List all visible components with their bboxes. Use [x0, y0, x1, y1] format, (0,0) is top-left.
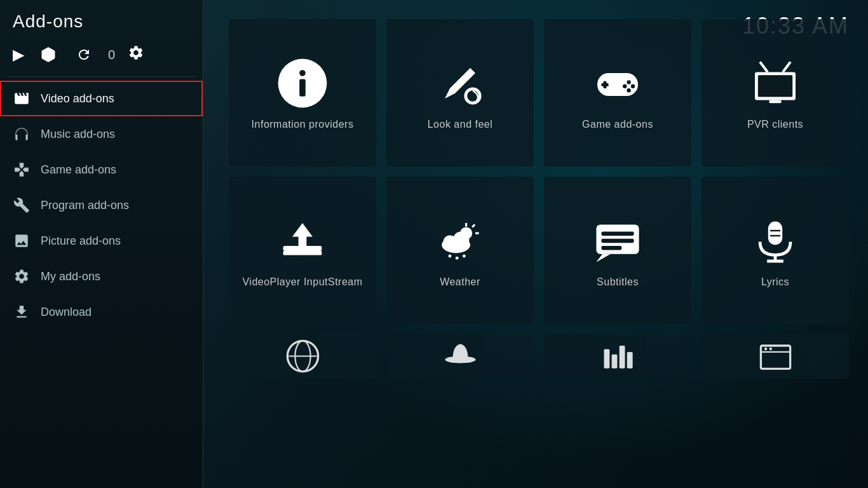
grid-item-label: VideoPlayer InputStream — [242, 276, 362, 288]
sidebar-divider — [6, 76, 196, 77]
tools-icon — [13, 196, 31, 214]
sidebar-item-label: Download — [41, 306, 92, 319]
sidebar-nav: Video add-ons Music add-ons Game add-ons — [0, 81, 203, 330]
svg-rect-33 — [601, 239, 634, 243]
film-icon — [13, 90, 31, 107]
grid-item-label: Subtitles — [597, 276, 639, 288]
svg-rect-15 — [769, 100, 781, 103]
svg-rect-47 — [627, 352, 632, 369]
grid-item-weather[interactable]: Weather — [386, 177, 534, 324]
sidebar-item-picture-addons[interactable]: Picture add-ons — [0, 223, 203, 259]
svg-line-11 — [760, 62, 768, 72]
globe-partial-icon — [285, 339, 320, 374]
addon-grid: Information providers Look and feel — [229, 19, 849, 482]
grid-item-label: Weather — [440, 276, 480, 288]
sidebar-toolbar: ▶ 0 — [0, 38, 203, 76]
svg-point-9 — [631, 85, 635, 88]
svg-rect-6 — [601, 83, 608, 86]
sidebar-item-program-addons[interactable]: Program add-ons — [0, 187, 203, 223]
sidebar-item-label: Game add-ons — [41, 163, 116, 177]
svg-rect-16 — [283, 246, 322, 251]
sidebar-item-label: My add-ons — [41, 270, 100, 283]
microphone-icon — [750, 215, 801, 266]
update-count: 0 — [108, 48, 115, 62]
svg-point-26 — [453, 232, 470, 248]
sidebar-item-label: Video add-ons — [41, 92, 114, 105]
svg-rect-34 — [601, 246, 621, 250]
svg-rect-2 — [299, 79, 306, 97]
grid-item-lyrics[interactable]: Lyrics — [702, 177, 849, 324]
subtitles-icon — [592, 215, 643, 266]
grid-item-label: Information providers — [252, 119, 354, 130]
image-icon — [13, 232, 31, 250]
sidebar-item-game-addons[interactable]: Game add-ons — [0, 152, 203, 187]
window-partial-icon — [758, 339, 793, 374]
sidebar-item-label: Music add-ons — [41, 128, 115, 141]
sidebar-header: Add-ons — [0, 0, 203, 38]
download-icon — [13, 303, 31, 321]
bars-partial-icon — [600, 339, 635, 374]
sidebar-item-download[interactable]: Download — [0, 294, 203, 330]
svg-rect-35 — [768, 222, 782, 245]
svg-marker-18 — [292, 223, 313, 246]
settings-icon[interactable] — [128, 44, 144, 65]
svg-rect-14 — [758, 75, 792, 97]
grid-item-label: Look and feel — [428, 119, 493, 130]
sidebar-item-music-addons[interactable]: Music add-ons — [0, 116, 203, 152]
upload-icon — [277, 215, 328, 266]
look-and-feel-icon — [435, 58, 485, 109]
gamepad2-icon — [592, 58, 643, 109]
svg-point-10 — [627, 88, 630, 92]
grid-item-partial-1[interactable] — [229, 334, 376, 379]
grid-item-partial-3[interactable] — [544, 334, 691, 379]
grid-item-label: Lyrics — [761, 276, 789, 288]
page-title: Add-ons — [13, 11, 190, 32]
grid-item-label: Game add-ons — [582, 119, 653, 130]
main-content: 10:33 AM Information providers — [203, 0, 868, 488]
grid-item-label: PVR clients — [747, 119, 803, 130]
hat-partial-icon — [443, 339, 478, 374]
svg-point-28 — [456, 257, 459, 260]
grid-item-videoplayer-inputstream[interactable]: VideoPlayer InputStream — [229, 177, 376, 324]
svg-rect-17 — [283, 251, 322, 255]
grid-item-information-providers[interactable]: Information providers — [229, 19, 376, 166]
svg-point-29 — [463, 255, 466, 258]
addons-box-icon[interactable] — [37, 43, 60, 66]
weather-icon — [435, 215, 485, 266]
my-addons-icon — [13, 268, 31, 285]
grid-item-partial-2[interactable] — [386, 334, 534, 379]
svg-line-12 — [783, 62, 790, 72]
grid-item-partial-4[interactable] — [702, 334, 849, 379]
svg-rect-45 — [611, 355, 617, 369]
cursor-icon: ▶ — [13, 46, 24, 64]
svg-rect-44 — [604, 349, 609, 369]
refresh-icon[interactable] — [72, 43, 95, 66]
svg-point-8 — [623, 85, 627, 88]
svg-line-23 — [472, 224, 475, 227]
sidebar-item-label: Picture add-ons — [41, 234, 121, 248]
sidebar-item-video-addons[interactable]: Video add-ons — [0, 81, 203, 116]
grid-item-look-and-feel[interactable]: Look and feel — [386, 19, 534, 166]
grid-item-subtitles[interactable]: Subtitles — [544, 177, 691, 324]
svg-point-51 — [769, 348, 771, 350]
svg-marker-31 — [596, 254, 610, 262]
headphones-icon — [13, 125, 31, 143]
sidebar: Add-ons ▶ 0 — [0, 0, 203, 488]
svg-point-27 — [449, 255, 452, 258]
svg-rect-46 — [619, 346, 625, 369]
svg-point-7 — [627, 80, 630, 84]
sidebar-item-label: Program add-ons — [41, 199, 129, 212]
info-icon — [277, 58, 328, 109]
grid-item-game-addons[interactable]: Game add-ons — [544, 19, 691, 166]
gamepad-icon — [13, 161, 31, 179]
svg-point-50 — [764, 348, 766, 350]
svg-rect-32 — [601, 232, 634, 236]
sidebar-item-my-addons[interactable]: My add-ons — [0, 259, 203, 294]
svg-point-1 — [299, 70, 306, 76]
svg-rect-19 — [301, 237, 304, 241]
grid-item-pvr-clients[interactable]: PVR clients — [702, 19, 849, 166]
tv-icon — [750, 58, 801, 109]
